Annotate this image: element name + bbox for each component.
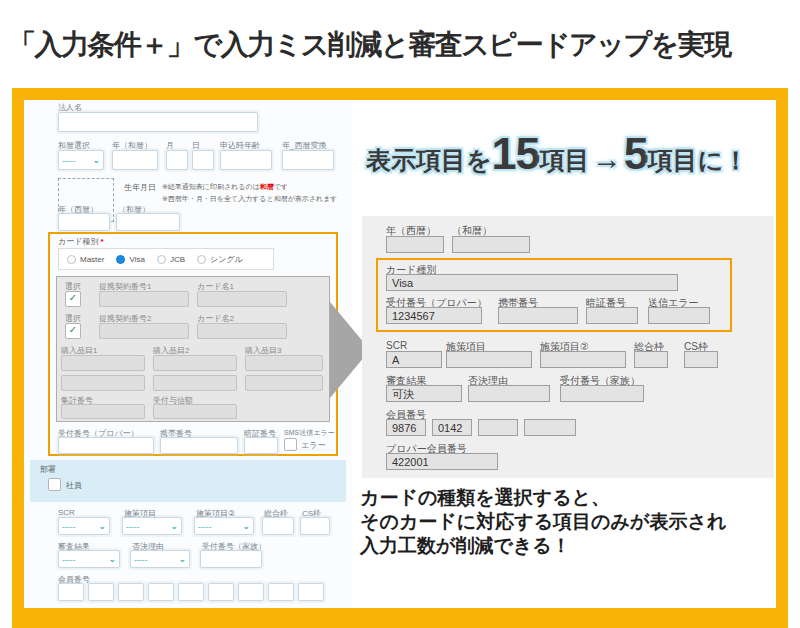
review-result-dropdown[interactable]: -----⌄ (58, 550, 120, 568)
member-digit-input[interactable] (118, 583, 144, 601)
reception-proper-input[interactable] (58, 437, 154, 454)
cs-frame-input[interactable] (300, 517, 330, 535)
partner2-select-checkbox[interactable]: ✓ (65, 323, 81, 339)
department-band: 部署 社員 (30, 460, 346, 502)
purchase-item1-input[interactable] (61, 355, 145, 371)
arrow-glyph: → (590, 142, 624, 176)
family-reception-input[interactable] (200, 550, 262, 568)
chevron-down-icon: ⌄ (170, 522, 178, 531)
day-input[interactable] (192, 150, 214, 170)
wareki-emphasis: 和暦 (260, 183, 274, 190)
r-scr-input[interactable]: A (386, 351, 442, 368)
year-wareki2-input[interactable] (116, 213, 180, 231)
page: 「入力条件＋」で入力ミス削減と審査スピードアップを実現 法人名 和暦選択 年（和… (0, 0, 800, 628)
r-card-type-input[interactable]: Visa (386, 274, 678, 291)
measure1-dropdown[interactable]: -----⌄ (122, 517, 182, 535)
headline: 表示項目を15項目→5項目に！ (366, 128, 748, 180)
age-input[interactable] (220, 150, 272, 170)
total-frame-input[interactable] (262, 517, 294, 535)
r-reject-reason-input[interactable] (468, 385, 550, 402)
caption-line-3: 入力工数が削減できる！ (360, 534, 726, 558)
sms-error-checkbox[interactable] (284, 438, 297, 451)
radio-icon (67, 255, 76, 264)
r-total-frame-input[interactable] (634, 351, 668, 368)
radio-visa[interactable]: Visa (116, 255, 144, 264)
r-mobile-input[interactable] (498, 307, 578, 324)
card-type-radio-group: Master Visa JCB シングル (58, 248, 274, 270)
r-proper-member-input[interactable]: 422001 (386, 453, 498, 470)
member-digit-input[interactable] (148, 583, 174, 601)
r-send-error-input[interactable] (648, 307, 710, 324)
r-member-digit-input[interactable] (478, 419, 518, 436)
caption-line-2: そのカードに対応する項目のみが表示され (360, 510, 726, 534)
reject-reason-dropdown[interactable]: -----⌄ (130, 550, 190, 568)
year-wareki-input[interactable] (112, 150, 158, 170)
r-reception-proper-input[interactable]: 1234567 (386, 307, 482, 324)
credit-input[interactable] (153, 404, 237, 419)
birthdate-note-1: ※結果通知表に印刷されるのは和暦です (162, 182, 288, 192)
dropdown-value: ----- (62, 156, 75, 165)
count-before: 15 (492, 128, 540, 180)
member-digit-input[interactable] (298, 583, 324, 601)
partner1-select-checkbox[interactable]: ✓ (65, 291, 81, 307)
caption-line-1: カードの種類を選択すると、 (360, 486, 726, 510)
partner2-name-input[interactable] (197, 323, 287, 339)
member-digit-input[interactable] (238, 583, 264, 601)
purchase-item2-input[interactable] (153, 355, 237, 371)
r-year-seireki-input[interactable] (386, 236, 444, 253)
partner2-contract-input[interactable] (99, 323, 189, 339)
birthdate-label: 生年月日 (124, 182, 156, 193)
content-frame: 法人名 和暦選択 年（和暦） 月 日 申込時年齢 年_西暦変換 ----- ⌄ … (12, 88, 788, 628)
r-member-digit-input[interactable]: 9876 (386, 419, 426, 436)
r-review-result-input[interactable]: 可決 (386, 385, 462, 402)
r-member-digit-input[interactable] (524, 419, 576, 436)
department-label: 部署 (40, 464, 56, 475)
partner1-contract-input[interactable] (99, 291, 189, 307)
r-member-digit-input[interactable]: 0142 (432, 419, 472, 436)
scr-label: SCR (58, 508, 75, 517)
year-seireki-input[interactable] (58, 213, 110, 231)
purchase-item1-input2[interactable] (61, 375, 145, 391)
member-digit-input[interactable] (268, 583, 294, 601)
chevron-down-icon: ⌄ (242, 522, 250, 531)
pin-input[interactable] (244, 437, 278, 454)
measure2-dropdown[interactable]: -----⌄ (194, 517, 254, 535)
year-conv-input[interactable] (282, 150, 334, 170)
r-measure2-input[interactable] (540, 351, 626, 368)
r-year-wareki-input[interactable] (452, 236, 530, 253)
birthdate-note-2: ※西暦年・月・日を全て入力すると和暦が表示されます (162, 194, 338, 204)
member-digit-input[interactable] (88, 583, 114, 601)
check-icon: ✓ (69, 324, 77, 335)
member-digit-input[interactable] (58, 583, 84, 601)
purchase-item3-input2[interactable] (245, 375, 323, 391)
error-checkbox-label: エラー (301, 440, 325, 451)
mobile-input[interactable] (160, 437, 238, 454)
purchase-item2-input2[interactable] (153, 375, 237, 391)
employee-checkbox[interactable] (48, 478, 61, 491)
check-icon: ✓ (69, 292, 77, 303)
partner1-name-input[interactable] (197, 291, 287, 307)
chevron-down-icon: ⌄ (92, 156, 100, 165)
corporate-name-input[interactable] (58, 112, 258, 132)
scr-dropdown[interactable]: -----⌄ (58, 517, 110, 535)
radio-selected-icon (116, 255, 125, 264)
month-input[interactable] (166, 150, 188, 170)
r-measure1-input[interactable] (446, 351, 532, 368)
r-cs-frame-input[interactable] (684, 351, 718, 368)
partner-detail-panel: 選択 提携契約番号1 カード名1 ✓ 選択 提携契約番号2 カード名2 ✓ 購入… (56, 276, 330, 422)
radio-jcb[interactable]: JCB (157, 255, 185, 264)
radio-master[interactable]: Master (67, 255, 104, 264)
radio-icon (197, 255, 206, 264)
radio-single[interactable]: シングル (197, 254, 243, 265)
era-select-dropdown[interactable]: ----- ⌄ (58, 150, 104, 170)
required-mark: * (101, 237, 104, 246)
radio-icon (157, 255, 166, 264)
member-digit-input[interactable] (208, 583, 234, 601)
r-family-reception-input[interactable] (560, 385, 644, 402)
chevron-down-icon: ⌄ (178, 555, 186, 564)
r-pin-input[interactable] (586, 307, 638, 324)
member-digit-input[interactable] (178, 583, 204, 601)
employee-label: 社員 (66, 480, 82, 491)
purchase-item3-input[interactable] (245, 355, 323, 371)
tally-number-input[interactable] (61, 404, 145, 419)
